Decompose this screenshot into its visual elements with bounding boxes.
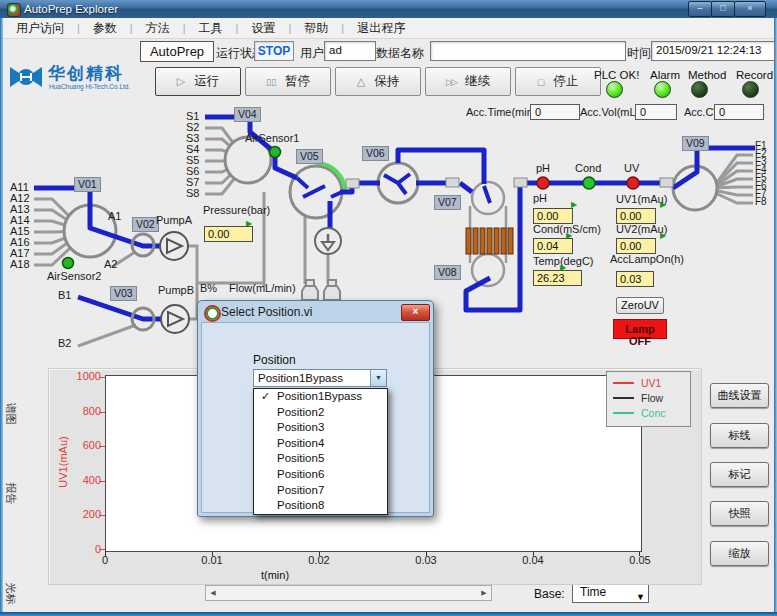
valve-v09[interactable]: V09	[682, 136, 709, 151]
x-tick-mark	[426, 551, 427, 556]
legend-label: UV1	[641, 377, 661, 389]
vi-icon	[204, 305, 221, 322]
select-position-dialog: Select Position.vi × Position Position1B…	[197, 300, 434, 517]
option-label: Position3	[277, 421, 324, 433]
option-label: Position6	[277, 468, 324, 480]
chart-x-axis-title: t(min)	[255, 569, 295, 581]
menu-bar: 用户访问 | 参数 | 方法 | 工具 | 设置 | 帮助 | 退出程序	[3, 18, 774, 39]
snapshot-button[interactable]: 快照	[710, 501, 769, 526]
y-tick-mark	[99, 515, 105, 516]
uv2-value: 0.00	[616, 238, 656, 254]
menu-tools[interactable]: 工具	[186, 20, 236, 37]
pause-icon: ▯▯	[266, 77, 276, 87]
app-window: AutoPrep Explorer – □ × 用户访问 | 参数 | 方法 |…	[0, 0, 777, 616]
menu-exit[interactable]: 退出程序	[344, 20, 418, 37]
resume-button[interactable]: ▷▷ 继续	[425, 67, 511, 96]
title-bar: AutoPrep Explorer – □ ×	[0, 0, 777, 18]
chart-legend: UV1 Flow Conc	[606, 371, 691, 427]
stop-button[interactable]: □ 停止	[515, 67, 601, 96]
curve-settings-button[interactable]: 曲线设置	[710, 383, 769, 408]
zero-uv-button[interactable]: ZeroUV	[616, 297, 664, 314]
record-label: Record	[736, 69, 773, 81]
marker-line-button[interactable]: 标线	[710, 423, 769, 448]
option-position3[interactable]: Position3	[254, 420, 387, 436]
position-comb0box[interactable]: Position1Bypass ▼	[253, 369, 387, 387]
left-tab-chart[interactable]: 谱图	[3, 400, 18, 428]
resume-button-label: 继续	[465, 73, 490, 90]
maximize-button[interactable]: □	[711, 1, 735, 17]
scroll-left-icon[interactable]: ◀	[206, 589, 220, 597]
b-percent-label: B%	[200, 283, 217, 294]
zoom-button[interactable]: 缩放	[710, 541, 769, 566]
lamp-off-button[interactable]: Lamp OFF	[613, 319, 667, 339]
option-label: Position5	[277, 452, 324, 464]
user-input[interactable]: ad	[324, 41, 376, 61]
y-tick-mark	[99, 481, 105, 482]
chart-h-scrollbar[interactable]: ◀ ▶	[205, 585, 492, 601]
menu-help[interactable]: 帮助	[291, 20, 341, 37]
dataset-label: 数据名称	[376, 45, 424, 62]
record-led	[742, 81, 759, 98]
x-tick-mark	[319, 551, 320, 556]
acclamp-value: 0.03	[616, 271, 654, 287]
valve-v02[interactable]: V02	[132, 217, 159, 232]
waste-bottles	[302, 280, 340, 300]
run-button[interactable]: ▷ 运行	[155, 67, 241, 96]
valve-v07[interactable]: V07	[434, 195, 461, 210]
app-name-button[interactable]: AutoPrep	[140, 41, 214, 62]
legend-item: UV1	[613, 375, 690, 390]
indicator-arrow-icon: ▶	[660, 231, 666, 240]
valve-v01[interactable]: V01	[74, 177, 101, 192]
window-title: AutoPrep Explorer	[24, 3, 118, 15]
base-select[interactable]: Time ▼	[572, 583, 649, 603]
valve-v05[interactable]: V05	[296, 149, 323, 164]
mark-button[interactable]: 标记	[710, 462, 769, 487]
dataset-input[interactable]	[430, 41, 626, 61]
valve-v08[interactable]: V08	[434, 265, 461, 280]
minimize-button[interactable]: –	[688, 1, 712, 17]
dialog-close-button[interactable]: ×	[401, 304, 430, 321]
run-status-value: STOP	[254, 41, 294, 61]
valve-v04[interactable]: V04	[234, 107, 261, 122]
ph-sensor-led	[537, 177, 549, 189]
option-position2[interactable]: Position2	[254, 405, 387, 421]
ph-value: 0.00	[533, 208, 573, 224]
left-tab-report[interactable]: 报告	[3, 480, 18, 508]
option-position4[interactable]: Position4	[254, 436, 387, 452]
position-label: Position	[253, 353, 296, 367]
pause-button[interactable]: ▯▯ 暂停	[245, 67, 331, 96]
option-position6[interactable]: Position6	[254, 467, 387, 483]
option-position5[interactable]: Position5	[254, 451, 387, 467]
option-label: Position4	[277, 437, 324, 449]
option-position1bypass[interactable]: ✓ Position1Bypass	[254, 389, 387, 405]
ph-sensor-label: pH	[536, 163, 550, 174]
x-tick-mark	[639, 551, 640, 556]
legend-line-sample	[613, 412, 634, 414]
y-tick-mark	[99, 412, 105, 413]
valve-v03[interactable]: V03	[110, 286, 137, 301]
menu-parameters[interactable]: 参数	[80, 20, 130, 37]
option-position7[interactable]: Position7	[254, 483, 387, 499]
indicator-arrow-icon: ▶	[660, 200, 666, 209]
close-button[interactable]: ×	[734, 1, 766, 17]
menu-user-access[interactable]: 用户访问	[3, 20, 77, 37]
scroll-right-icon[interactable]: ▶	[477, 589, 491, 597]
stop-button-label: 停止	[553, 73, 578, 90]
option-label: Position2	[277, 406, 324, 418]
x-tick-mark	[212, 551, 213, 556]
option-position8[interactable]: Position8	[254, 498, 387, 514]
air-sensor2-label: AirSensor2	[47, 271, 101, 282]
pause-button-label: 暂停	[285, 73, 310, 90]
method-label: Method	[688, 69, 726, 81]
pump-b-label: PumpB	[158, 285, 194, 296]
port-b1-label: B1	[58, 290, 71, 301]
left-tab-cursor[interactable]: 光标	[3, 580, 18, 608]
acc-vol-label: Acc.Vol(mL)	[580, 107, 639, 118]
legend-line-sample	[613, 382, 634, 384]
menu-settings[interactable]: 设置	[238, 20, 288, 37]
valve-v06[interactable]: V06	[362, 146, 389, 161]
check-icon: ✓	[261, 389, 270, 405]
hold-button[interactable]: △ 保持	[335, 67, 421, 96]
menu-method[interactable]: 方法	[133, 20, 183, 37]
pressure-label: Pressure(bar)	[203, 205, 270, 216]
